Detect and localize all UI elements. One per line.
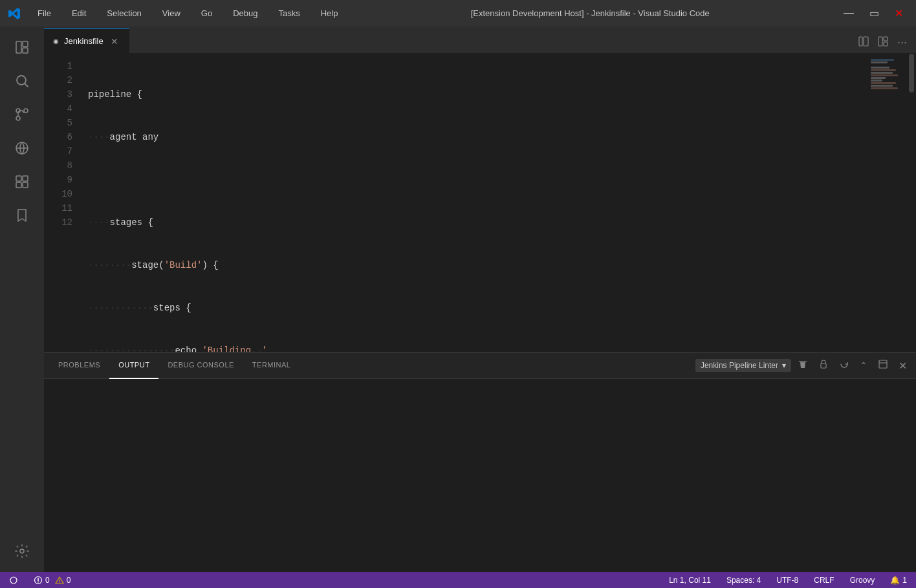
tab-bar: ◉ Jenkinsfile ✕ · — [44, 27, 916, 54]
code-line-1: pipeline { — [88, 87, 868, 102]
svg-line-4 — [25, 84, 28, 87]
menu-file[interactable]: File — [34, 6, 55, 21]
activity-source-control-icon[interactable] — [6, 99, 38, 130]
panel-chevron-up-icon[interactable]: ⌃ — [856, 358, 871, 373]
svg-rect-12 — [16, 182, 21, 188]
spaces-label: Spaces: 4 — [726, 576, 761, 585]
activity-bookmarks-icon[interactable] — [6, 200, 38, 231]
vscode-logo-icon — [8, 7, 21, 20]
activity-bar — [0, 27, 44, 572]
code-editor[interactable]: 1 2 3 4 5 6 7 8 9 10 11 12 pipeline { ··… — [44, 54, 916, 352]
activity-search-icon[interactable] — [6, 65, 38, 96]
panel-clear-icon[interactable] — [794, 357, 812, 374]
code-content[interactable]: pipeline { ····agent any ····stages { ··… — [83, 54, 868, 352]
activity-settings-icon[interactable] — [6, 536, 38, 567]
dropdown-arrow-icon: ▾ — [782, 361, 786, 370]
panel-tab-bar: PROBLEMS OUTPUT DEBUG CONSOLE TERMINAL J… — [44, 353, 916, 379]
tab-more-actions-icon[interactable]: ··· — [893, 34, 911, 50]
svg-point-14 — [20, 549, 24, 553]
svg-point-6 — [24, 109, 28, 113]
encoding-label: UTF-8 — [776, 576, 798, 585]
panel-close-icon[interactable]: ✕ — [895, 358, 911, 374]
status-remote-icon[interactable] — [5, 572, 22, 588]
svg-rect-16 — [864, 37, 868, 46]
maximize-button[interactable]: ▭ — [864, 6, 884, 21]
close-button[interactable]: ✕ — [889, 6, 908, 21]
tab-split-editor-icon[interactable] — [855, 35, 873, 50]
menu-go[interactable]: Go — [197, 6, 216, 21]
panel-tab-output[interactable]: OUTPUT — [109, 353, 158, 379]
svg-rect-19 — [884, 42, 888, 46]
svg-rect-11 — [23, 176, 28, 181]
line-ending-label: CRLF — [814, 576, 834, 585]
status-notifications[interactable]: 🔔 1 — [886, 572, 911, 588]
panel-actions: Jenkins Pipeline Linter ▾ — [695, 357, 911, 374]
panel-lock-icon[interactable] — [814, 357, 833, 374]
status-line-ending[interactable]: CRLF — [810, 572, 838, 588]
output-source-label: Jenkins Pipeline Linter — [701, 361, 778, 370]
main-area: ◉ Jenkinsfile ✕ · — [0, 27, 916, 572]
output-source-dropdown[interactable]: Jenkins Pipeline Linter ▾ — [695, 359, 791, 372]
svg-rect-20 — [821, 364, 826, 368]
status-spaces[interactable]: Spaces: 4 — [723, 572, 765, 588]
panel-refresh-icon[interactable] — [835, 357, 853, 374]
svg-point-5 — [16, 116, 20, 120]
svg-rect-13 — [23, 182, 28, 188]
panel-maximize-icon[interactable] — [874, 357, 892, 374]
svg-rect-15 — [859, 37, 862, 46]
code-line-4: ····stages { — [88, 215, 868, 230]
language-label: Groovy — [850, 576, 875, 585]
panel-tab-terminal[interactable]: TERMINAL — [243, 353, 300, 379]
svg-point-25 — [38, 582, 38, 582]
tab-jenkinsfile[interactable]: ◉ Jenkinsfile ✕ — [44, 28, 129, 53]
status-errors[interactable]: 0 0 — [30, 572, 74, 588]
minimap — [868, 54, 907, 352]
code-line-5: ········stage('Build') { — [88, 258, 868, 272]
menu-debug[interactable]: Debug — [229, 6, 261, 21]
svg-rect-10 — [16, 176, 21, 181]
code-line-2: ····agent any — [88, 130, 868, 144]
svg-rect-21 — [879, 360, 887, 368]
svg-rect-17 — [878, 37, 882, 46]
tab-actions: ··· — [855, 34, 916, 53]
panel-output-content — [44, 379, 916, 572]
svg-rect-18 — [884, 37, 888, 41]
notification-count: 1 — [902, 576, 907, 585]
code-line-6: ············steps { — [88, 301, 868, 315]
line-numbers: 1 2 3 4 5 6 7 8 9 10 11 12 — [44, 54, 83, 352]
code-line-3 — [88, 173, 868, 187]
panel-tab-problems[interactable]: PROBLEMS — [49, 353, 109, 379]
menu-help[interactable]: Help — [317, 6, 342, 21]
minimize-button[interactable]: — — [838, 6, 859, 21]
editor-area: ◉ Jenkinsfile ✕ · — [44, 27, 916, 572]
output-panel: PROBLEMS OUTPUT DEBUG CONSOLE TERMINAL J… — [44, 352, 916, 572]
activity-explorer-icon[interactable] — [6, 32, 38, 63]
status-position[interactable]: Ln 1, Col 11 — [665, 572, 715, 588]
svg-rect-0 — [16, 41, 21, 53]
window-controls: — ▭ ✕ — [838, 6, 908, 21]
status-encoding[interactable]: UTF-8 — [772, 572, 802, 588]
warning-count: 0 — [67, 576, 71, 585]
vertical-scrollbar[interactable] — [907, 54, 916, 352]
tab-close-button[interactable]: ✕ — [109, 36, 120, 47]
svg-point-27 — [59, 582, 60, 583]
status-bar: 0 0 Ln 1, Col 11 Spaces: 4 UTF-8 CRLF Gr… — [0, 572, 916, 588]
scroll-thumb[interactable] — [909, 54, 914, 93]
menu-tasks[interactable]: Tasks — [274, 6, 303, 21]
status-language[interactable]: Groovy — [846, 572, 879, 588]
svg-rect-2 — [23, 48, 28, 53]
tab-layout-icon[interactable] — [874, 35, 892, 50]
activity-remote-icon[interactable] — [6, 133, 38, 164]
activity-extensions-icon[interactable] — [6, 166, 38, 197]
menu-selection[interactable]: Selection — [103, 6, 145, 21]
window-title: [Extension Development Host] - Jenkinsfi… — [354, 8, 825, 18]
svg-rect-1 — [23, 41, 28, 47]
tab-label: Jenkinsfile — [64, 36, 104, 46]
menu-view[interactable]: View — [158, 6, 184, 21]
notification-bell-icon: 🔔 — [890, 576, 900, 585]
error-count: 0 — [45, 576, 50, 585]
position-label: Ln 1, Col 11 — [669, 576, 711, 585]
tab-dirty-icon: ◉ — [53, 38, 59, 45]
menu-edit[interactable]: Edit — [68, 6, 90, 21]
panel-tab-debug-console[interactable]: DEBUG CONSOLE — [158, 353, 243, 379]
